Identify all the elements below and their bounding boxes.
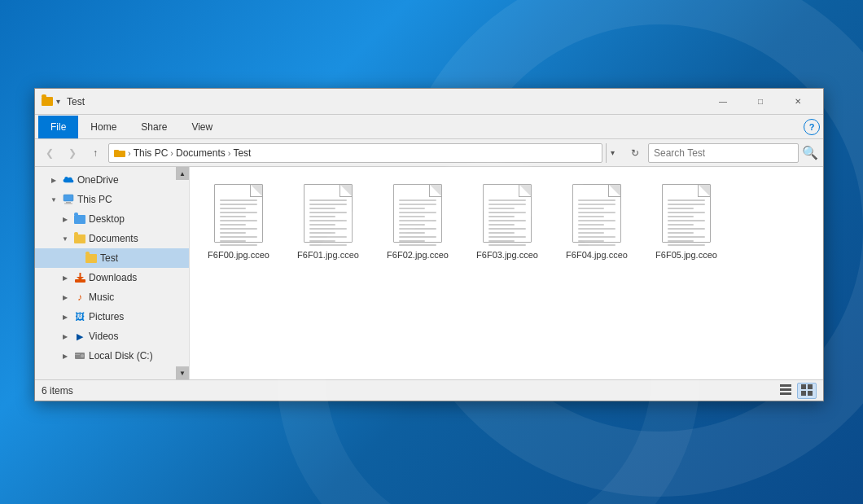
tab-home-label: Home [90,121,116,133]
breadcrumb-this-pc[interactable]: This PC [134,147,169,159]
doc-line-7 [488,224,515,226]
downloads-label: Downloads [89,272,137,283]
doc-icon [483,184,532,243]
search-box[interactable] [648,143,799,163]
file-item-f1[interactable]: F6F01.jpg.cceo [287,175,369,266]
sidebar-item-local-disk[interactable]: ▶ Local Disk (C:) [35,346,189,366]
doc-line-9 [309,232,335,234]
doc-line-4 [488,212,526,213]
doc-line-11 [399,240,425,242]
up-button[interactable]: ↑ [85,143,105,163]
title-arrow: ▾ [56,97,60,106]
sidebar-item-desktop[interactable]: ▶ Desktop [35,209,189,229]
doc-line-2 [399,204,436,205]
onedrive-label: OneDrive [77,174,119,186]
sidebar-item-documents[interactable]: ▼ Documents [35,229,189,248]
file-icon-container [657,181,716,246]
sidebar-item-this-pc[interactable]: ▼ This PC [35,190,189,209]
close-button[interactable]: ✕ [779,89,817,115]
explorer-window: ▾ Test — □ ✕ File Home Share View [34,88,824,401]
doc-line-9 [668,232,694,234]
title-bar: ▾ Test — □ ✕ [35,89,823,115]
sidebar-item-pictures[interactable]: ▶ 🖼 Pictures [35,307,189,327]
breadcrumb-test[interactable]: Test [233,147,251,159]
help-button[interactable]: ? [804,119,820,135]
file-icon-container [478,181,537,246]
maximize-icon: □ [758,97,763,106]
sidebar-item-test[interactable]: Test [35,248,189,268]
tab-view[interactable]: View [179,116,225,138]
doc-line-5 [399,216,425,217]
music-toggle: ▶ [59,291,71,303]
window-title: Test [67,96,704,107]
file-item-f5[interactable]: F6F05.jpg.cceo [646,175,727,266]
doc-line-9 [399,232,425,234]
doc-line-7 [399,224,425,226]
doc-line-3 [309,208,335,209]
breadcrumb-documents[interactable]: Documents [176,147,226,159]
minimize-icon: — [719,97,727,106]
tab-file[interactable]: File [38,116,78,138]
sidebar-scroll-down[interactable]: ▼ [176,366,189,379]
forward-button[interactable]: ❯ [63,143,82,163]
doc-line-11 [220,240,246,242]
test-label: Test [100,252,118,264]
file-name: F6F04.jpg.cceo [566,249,628,261]
file-name: F6F02.jpg.cceo [387,249,449,261]
dropdown-icon: ▾ [611,148,615,157]
address-dropdown-button[interactable]: ▾ [606,143,619,163]
sidebar-item-videos[interactable]: ▶ ▶ Videos [35,327,189,346]
sidebar-item-onedrive[interactable]: ▶ OneDrive [35,170,189,190]
doc-line-10 [309,236,347,238]
svg-rect-15 [808,384,813,389]
tab-home[interactable]: Home [78,116,129,138]
file-item-f0[interactable]: F6F00.jpg.cceo [198,175,279,266]
file-item-f2[interactable]: F6F02.jpg.cceo [377,175,458,266]
doc-line-6 [220,220,257,221]
svg-rect-12 [780,388,791,391]
file-name: F6F03.jpg.cceo [476,249,538,261]
tab-share[interactable]: Share [129,116,179,138]
this-pc-label: This PC [77,194,112,205]
doc-line-8 [220,228,257,230]
search-button[interactable]: 🔍 [802,145,818,161]
back-button[interactable]: ❮ [40,143,59,163]
file-item-f3[interactable]: F6F03.jpg.cceo [467,175,548,266]
doc-line-1 [399,199,436,201]
doc-line-10 [668,236,705,238]
doc-line-12 [399,244,436,246]
doc-line-5 [488,216,515,217]
doc-line-2 [488,204,526,205]
search-input[interactable] [654,147,793,159]
doc-line-8 [309,228,347,230]
status-items-count: 6 items [42,385,776,397]
minimize-button[interactable]: — [704,89,742,115]
breadcrumb-sep-2: › [228,148,231,158]
refresh-button[interactable]: ↻ [625,143,645,163]
main-area: ▲ ▶ OneDrive ▼ This PC [35,167,823,379]
test-toggle [71,252,82,264]
address-bar[interactable]: › This PC › Documents › Test [108,143,602,163]
doc-lines [399,199,436,246]
sidebar-item-music[interactable]: ▶ ♪ Music [35,287,189,307]
file-item-f4[interactable]: F6F04.jpg.cceo [556,175,637,266]
svg-rect-16 [801,391,806,396]
file-icon-container [299,181,357,246]
local-disk-label: Local Disk (C:) [89,350,153,362]
doc-line-8 [578,228,615,230]
refresh-icon: ↻ [631,147,639,159]
doc-icon [572,184,621,243]
doc-line-4 [668,212,705,213]
pictures-toggle: ▶ [59,311,71,322]
doc-line-11 [488,240,515,242]
doc-line-1 [488,199,526,201]
maximize-button[interactable]: □ [742,89,779,115]
sidebar-scroll-up[interactable]: ▲ [176,167,189,180]
svg-rect-11 [780,384,791,387]
view-large-button[interactable] [797,383,817,399]
doc-line-11 [578,240,604,242]
breadcrumb-folder-icon [114,148,125,157]
view-details-button[interactable] [776,383,795,399]
sidebar-item-downloads[interactable]: ▶ Downloads [35,268,189,287]
documents-icon [73,232,86,245]
